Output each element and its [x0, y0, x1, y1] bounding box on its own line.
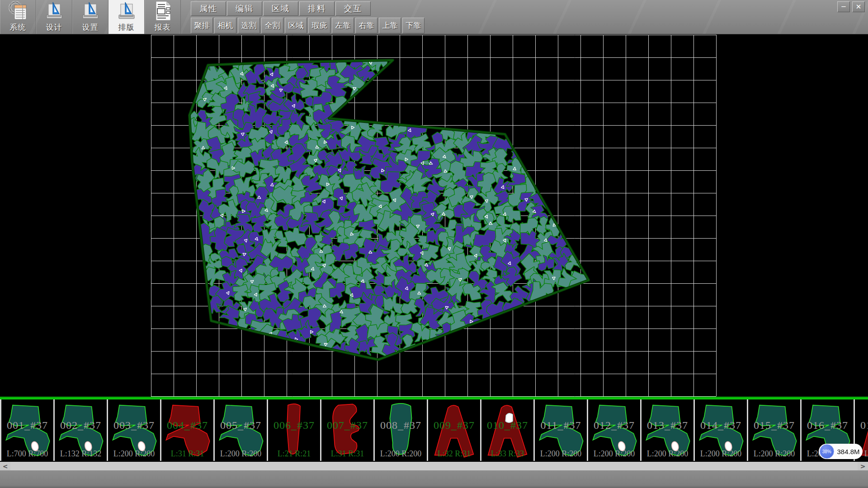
tool-button-2[interactable]: 相机 [214, 18, 236, 33]
piece-name: 013_#37 [642, 419, 693, 432]
tool-button-6[interactable]: 瑕疵 [308, 18, 330, 33]
scroll-right-button[interactable]: > [858, 462, 868, 470]
piece-name: 006_#37 [268, 419, 320, 432]
piece-name: 012_#37 [588, 419, 640, 432]
piece-lr-count: L:200 R:200 [588, 449, 640, 459]
piece-name: 007_#37 [321, 419, 373, 432]
piece-thumbnail-002_#37[interactable]: 002_#37L:132 R:132 [55, 399, 107, 461]
piece-thumbnail-005_#37[interactable]: 005_#37L:200 R:200 [215, 399, 267, 461]
memory-status-pill: 38% 384.8M [819, 444, 863, 459]
minimize-button[interactable]: ─ [837, 1, 850, 12]
piece-lr-count: L:200 R:200 [695, 449, 747, 459]
settings-ruler-icon [80, 0, 101, 21]
piece-lr-count: L:33 R:33 [481, 449, 533, 459]
piece-lr-count: L:200 R:200 [748, 449, 800, 459]
app-window: 系统设计设置排版报表 属性编辑区域排料交互 聚排相机选割全割区域瑕疵左靠右靠上靠… [0, 0, 868, 488]
tool-button-7[interactable]: 左靠 [332, 18, 354, 33]
progress-percent-badge: 38% [820, 444, 834, 459]
piece-lr-count: L:200 R:200 [642, 449, 693, 459]
main-button-label: 报表 [155, 22, 171, 33]
tool-button-5[interactable]: 区域 [285, 18, 307, 33]
piece-thumbnail-014_#37[interactable]: 014_#37L:200 R:200 [695, 399, 747, 461]
window-controls: ─ ✕ [837, 1, 865, 12]
design-ruler-icon [44, 0, 65, 21]
toolbar: 系统设计设置排版报表 属性编辑区域排料交互 聚排相机选割全割区域瑕疵左靠右靠上靠… [0, 0, 868, 34]
main-button-1[interactable]: 系统 [0, 0, 36, 34]
piece-thumbnail-015_#37[interactable]: 015_#37L:200 R:200 [748, 399, 800, 461]
piece-thumbnail-003_#37[interactable]: 003_#37L:200 R:200 [108, 399, 160, 461]
piece-lr-count: L:200 R:200 [108, 449, 160, 459]
piece-name: 002_#37 [55, 419, 107, 432]
piece-name: 008_#37 [375, 419, 427, 432]
piece-lr-count: L:32 R:31 [428, 449, 480, 459]
nesting-ruler-icon [116, 0, 137, 21]
piece-lr-count: L:700 R:700 [1, 449, 53, 459]
main-toolbar-buttons: 系统设计设置排版报表 [0, 0, 181, 34]
piece-thumbnail-006_#37[interactable]: 006_#37L:21 R:21 [268, 399, 320, 461]
close-button[interactable]: ✕ [852, 1, 865, 12]
piece-thumbnail-008_#37[interactable]: 008_#37L:200 R:200 [375, 399, 427, 461]
piece-name: 011_#37 [535, 419, 587, 432]
piece-thumbnail-004_#37[interactable]: 004_#37L:31 R:31 [161, 399, 213, 461]
piece-lr-count: L:21 R:21 [268, 449, 320, 459]
piece-thumbnail-001_#37[interactable]: 001_#37L:700 R:700 [1, 399, 53, 461]
piece-thumbnail-010_#37[interactable]: 010_#37L:33 R:33 [481, 399, 533, 461]
main-button-label: 设计 [46, 22, 62, 33]
piece-thumbnail-009_#37[interactable]: 009_#37L:32 R:31 [428, 399, 480, 461]
piece-name: 016_#37 [802, 419, 854, 432]
horizontal-scrollbar[interactable]: < > [0, 462, 868, 470]
menu-button-1[interactable]: 属性 [191, 1, 226, 16]
main-button-label: 设置 [82, 22, 99, 33]
main-button-label: 排版 [118, 22, 135, 33]
tool-button-8[interactable]: 右靠 [355, 18, 377, 33]
piece-lr-count: L:132 R:132 [55, 449, 107, 459]
main-button-2[interactable]: 设计 [36, 0, 72, 34]
main-button-5[interactable]: 报表 [145, 0, 181, 34]
scrollbar-track[interactable] [10, 462, 858, 470]
system-gear-icon [8, 0, 28, 21]
piece-name: 014_#37 [695, 419, 747, 432]
piece-name: 009_#37 [428, 419, 480, 432]
piece-lr-count: L:31 R:31 [321, 449, 373, 459]
piece-name: 001_#37 [1, 419, 53, 432]
tool-button-3[interactable]: 选割 [238, 18, 260, 33]
piece-lr-count: L:200 R:200 [215, 449, 267, 459]
piece-name: 017_#37 [855, 419, 868, 432]
piece-lr-count: L:200 R:200 [535, 449, 587, 459]
piece-thumbnail-013_#37[interactable]: 013_#37L:200 R:200 [642, 399, 693, 461]
piece-name: 005_#37 [215, 419, 267, 432]
piece-name: 015_#37 [748, 419, 800, 432]
menu-row-2: 聚排相机选割全割区域瑕疵左靠右靠上靠下靠 [191, 16, 426, 33]
main-button-label: 系统 [10, 22, 26, 33]
piece-lr-count: L:200 R:200 [375, 449, 427, 459]
main-button-3[interactable]: 设置 [72, 0, 108, 34]
report-document-icon [152, 0, 173, 21]
menu-button-3[interactable]: 区域 [263, 1, 298, 16]
piece-thumbnail-007_#37[interactable]: 007_#37L:31 R:31 [321, 399, 373, 461]
menu-button-5[interactable]: 交互 [335, 1, 371, 16]
tool-button-1[interactable]: 聚排 [191, 18, 213, 33]
tool-button-9[interactable]: 上靠 [379, 18, 401, 33]
menu-button-4[interactable]: 排料 [299, 1, 335, 16]
piece-name: 010_#37 [481, 419, 533, 432]
piece-name: 004_#37 [161, 419, 213, 432]
piece-thumbnail-012_#37[interactable]: 012_#37L:200 R:200 [588, 399, 640, 461]
piece-thumbnail-011_#37[interactable]: 011_#37L:200 R:200 [535, 399, 587, 461]
scroll-left-button[interactable]: < [0, 462, 10, 470]
menu-button-2[interactable]: 编辑 [227, 1, 262, 16]
main-button-4[interactable]: 排版 [108, 0, 145, 34]
piece-name: 003_#37 [108, 419, 160, 432]
tool-button-4[interactable]: 全割 [261, 18, 283, 33]
menu-row-1: 属性编辑区域排料交互 [191, 0, 426, 16]
tool-button-10[interactable]: 下靠 [402, 18, 425, 33]
piece-lr-count: L:31 R:31 [161, 449, 213, 459]
memory-value: 384.8M [834, 448, 863, 455]
menu-area: 属性编辑区域排料交互 聚排相机选割全割区域瑕疵左靠右靠上靠下靠 [191, 0, 426, 33]
piece-thumbnail-strip: 001_#37L:700 R:700002_#37L:132 R:132003_… [0, 399, 868, 461]
status-bar [0, 470, 868, 488]
